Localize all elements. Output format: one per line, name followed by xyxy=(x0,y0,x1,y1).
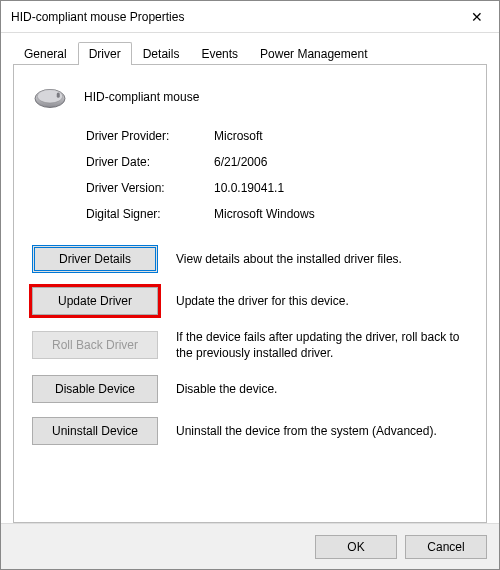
disable-device-button[interactable]: Disable Device xyxy=(32,375,158,403)
cancel-button[interactable]: Cancel xyxy=(405,535,487,559)
rollback-driver-desc: If the device fails after updating the d… xyxy=(176,329,468,361)
driver-actions: Driver Details View details about the in… xyxy=(32,245,468,445)
properties-window: HID-compliant mouse Properties ✕ General… xyxy=(0,0,500,570)
row-update-driver: Update Driver Update the driver for this… xyxy=(32,287,468,315)
label-date: Driver Date: xyxy=(86,155,206,169)
tab-general[interactable]: General xyxy=(13,42,78,65)
update-driver-desc: Update the driver for this device. xyxy=(176,293,468,309)
driver-details-desc: View details about the installed driver … xyxy=(176,251,468,267)
titlebar: HID-compliant mouse Properties ✕ xyxy=(1,1,499,33)
tab-details[interactable]: Details xyxy=(132,42,191,65)
close-button[interactable]: ✕ xyxy=(455,1,499,33)
close-icon: ✕ xyxy=(471,9,483,25)
tab-power-management[interactable]: Power Management xyxy=(249,42,378,65)
update-driver-button[interactable]: Update Driver xyxy=(32,287,158,315)
label-provider: Driver Provider: xyxy=(86,129,206,143)
mouse-icon xyxy=(32,83,68,111)
tab-driver[interactable]: Driver xyxy=(78,42,132,65)
tab-strip: General Driver Details Events Power Mana… xyxy=(13,41,487,64)
row-driver-details: Driver Details View details about the in… xyxy=(32,245,468,273)
device-header: HID-compliant mouse xyxy=(32,83,468,111)
dialog-footer: OK Cancel xyxy=(1,523,499,569)
tab-panel-driver: HID-compliant mouse Driver Provider: Mic… xyxy=(13,64,487,523)
row-rollback-driver: Roll Back Driver If the device fails aft… xyxy=(32,329,468,361)
driver-info: Driver Provider: Microsoft Driver Date: … xyxy=(86,129,468,221)
uninstall-device-desc: Uninstall the device from the system (Ad… xyxy=(176,423,468,439)
disable-device-desc: Disable the device. xyxy=(176,381,468,397)
window-title: HID-compliant mouse Properties xyxy=(11,10,455,24)
device-name: HID-compliant mouse xyxy=(84,90,199,104)
value-version: 10.0.19041.1 xyxy=(214,181,468,195)
value-date: 6/21/2006 xyxy=(214,155,468,169)
client-area: General Driver Details Events Power Mana… xyxy=(1,33,499,523)
label-signer: Digital Signer: xyxy=(86,207,206,221)
driver-details-button[interactable]: Driver Details xyxy=(32,245,158,273)
row-disable-device: Disable Device Disable the device. xyxy=(32,375,468,403)
value-signer: Microsoft Windows xyxy=(214,207,468,221)
label-version: Driver Version: xyxy=(86,181,206,195)
row-uninstall-device: Uninstall Device Uninstall the device fr… xyxy=(32,417,468,445)
svg-rect-2 xyxy=(57,93,60,98)
uninstall-device-button[interactable]: Uninstall Device xyxy=(32,417,158,445)
value-provider: Microsoft xyxy=(214,129,468,143)
rollback-driver-button: Roll Back Driver xyxy=(32,331,158,359)
ok-button[interactable]: OK xyxy=(315,535,397,559)
tab-events[interactable]: Events xyxy=(190,42,249,65)
